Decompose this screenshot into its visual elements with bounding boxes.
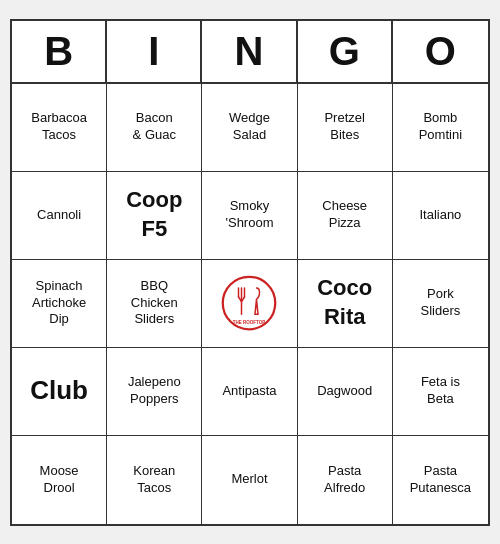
cell-text-21: KoreanTacos xyxy=(133,463,175,497)
cell-text-14: PorkSliders xyxy=(421,286,461,320)
cell-text-15: Club xyxy=(30,374,88,408)
cell-text-20: MooseDrool xyxy=(40,463,79,497)
free-space: THE ROOFTOP xyxy=(219,273,279,333)
cell-text-6: CoopF5 xyxy=(126,186,182,243)
letter-o: O xyxy=(393,21,488,82)
bingo-cell-14[interactable]: PorkSliders xyxy=(393,260,488,348)
cell-text-3: PretzelBites xyxy=(324,110,364,144)
bingo-cell-6[interactable]: CoopF5 xyxy=(107,172,202,260)
cell-text-22: Merlot xyxy=(231,471,267,488)
bingo-cell-8[interactable]: CheesePizza xyxy=(298,172,393,260)
bingo-cell-4[interactable]: BombPomtini xyxy=(393,84,488,172)
letter-i: I xyxy=(107,21,202,82)
bingo-cell-2[interactable]: WedgeSalad xyxy=(202,84,297,172)
cell-text-11: BBQChickenSliders xyxy=(131,278,178,329)
bingo-cell-22[interactable]: Merlot xyxy=(202,436,297,524)
bingo-cell-13[interactable]: CocoRita xyxy=(298,260,393,348)
letter-n: N xyxy=(202,21,297,82)
cell-text-7: Smoky'Shroom xyxy=(225,198,273,232)
cell-text-24: PastaPutanesca xyxy=(410,463,471,497)
letter-g: G xyxy=(298,21,393,82)
bingo-cell-24[interactable]: PastaPutanesca xyxy=(393,436,488,524)
cell-text-10: SpinachArtichokeDip xyxy=(32,278,86,329)
bingo-card: B I N G O BarbacoaTacosBacon& GuacWedgeS… xyxy=(10,19,490,526)
bingo-cell-19[interactable]: Feta isBeta xyxy=(393,348,488,436)
bingo-cell-23[interactable]: PastaAlfredo xyxy=(298,436,393,524)
bingo-cell-9[interactable]: Italiano xyxy=(393,172,488,260)
bingo-cell-12[interactable]: THE ROOFTOP xyxy=(202,260,297,348)
bingo-cell-20[interactable]: MooseDrool xyxy=(12,436,107,524)
cell-text-8: CheesePizza xyxy=(322,198,367,232)
svg-text:THE ROOFTOP: THE ROOFTOP xyxy=(233,320,265,325)
bingo-cell-16[interactable]: JalepenoPoppers xyxy=(107,348,202,436)
cell-text-17: Antipasta xyxy=(222,383,276,400)
cell-text-18: Dagwood xyxy=(317,383,372,400)
bingo-header: B I N G O xyxy=(12,21,488,84)
cell-text-9: Italiano xyxy=(419,207,461,224)
bingo-grid: BarbacoaTacosBacon& GuacWedgeSaladPretze… xyxy=(12,84,488,524)
bingo-cell-17[interactable]: Antipasta xyxy=(202,348,297,436)
bingo-cell-10[interactable]: SpinachArtichokeDip xyxy=(12,260,107,348)
cell-text-13: CocoRita xyxy=(317,274,372,331)
bingo-cell-5[interactable]: Cannoli xyxy=(12,172,107,260)
cell-text-5: Cannoli xyxy=(37,207,81,224)
bingo-cell-11[interactable]: BBQChickenSliders xyxy=(107,260,202,348)
cell-text-23: PastaAlfredo xyxy=(324,463,365,497)
bingo-cell-7[interactable]: Smoky'Shroom xyxy=(202,172,297,260)
bingo-cell-18[interactable]: Dagwood xyxy=(298,348,393,436)
letter-b: B xyxy=(12,21,107,82)
bingo-cell-3[interactable]: PretzelBites xyxy=(298,84,393,172)
cell-text-19: Feta isBeta xyxy=(421,374,460,408)
cell-text-1: Bacon& Guac xyxy=(133,110,176,144)
cell-text-4: BombPomtini xyxy=(419,110,462,144)
cell-text-0: BarbacoaTacos xyxy=(31,110,87,144)
bingo-cell-1[interactable]: Bacon& Guac xyxy=(107,84,202,172)
bingo-cell-0[interactable]: BarbacoaTacos xyxy=(12,84,107,172)
cell-text-16: JalepenoPoppers xyxy=(128,374,181,408)
bingo-cell-15[interactable]: Club xyxy=(12,348,107,436)
bingo-cell-21[interactable]: KoreanTacos xyxy=(107,436,202,524)
cell-text-2: WedgeSalad xyxy=(229,110,270,144)
